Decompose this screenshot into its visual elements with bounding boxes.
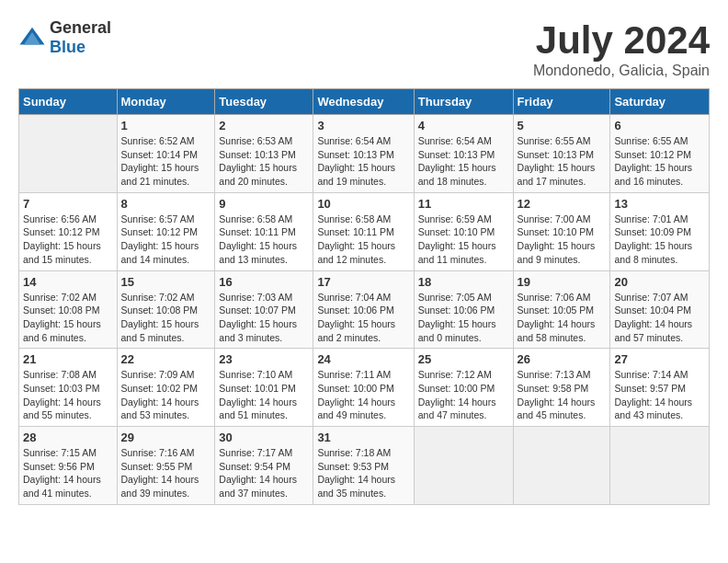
day-info: Sunrise: 6:58 AM Sunset: 10:11 PM Daylig…: [317, 213, 409, 267]
day-number: 12: [518, 197, 607, 211]
day-number: 7: [23, 197, 113, 211]
day-number: 22: [121, 352, 211, 366]
header: General Blue July 2024 Mondonedo, Galici…: [18, 18, 710, 79]
day-cell: 30Sunrise: 7:17 AM Sunset: 9:54 PM Dayli…: [215, 427, 313, 505]
location: Mondonedo, Galicia, Spain: [533, 63, 710, 79]
day-number: 21: [23, 352, 113, 366]
day-cell: 8Sunrise: 6:57 AM Sunset: 10:12 PM Dayli…: [117, 192, 215, 270]
day-number: 23: [219, 352, 309, 366]
day-number: 6: [614, 119, 705, 132]
day-cell: 22Sunrise: 7:09 AM Sunset: 10:02 PM Dayl…: [117, 349, 215, 427]
calendar-body: 1Sunrise: 6:52 AM Sunset: 10:14 PM Dayli…: [19, 115, 710, 505]
day-cell: 23Sunrise: 7:10 AM Sunset: 10:01 PM Dayl…: [215, 349, 313, 427]
day-info: Sunrise: 7:18 AM Sunset: 9:53 PM Dayligh…: [317, 446, 409, 500]
header-tuesday: Tuesday: [215, 89, 313, 115]
logo-icon: [18, 24, 46, 52]
day-number: 25: [418, 352, 509, 366]
day-info: Sunrise: 6:56 AM Sunset: 10:12 PM Daylig…: [23, 213, 113, 267]
day-cell: 1Sunrise: 6:52 AM Sunset: 10:14 PM Dayli…: [117, 115, 215, 193]
day-cell: 21Sunrise: 7:08 AM Sunset: 10:03 PM Dayl…: [19, 349, 118, 427]
week-row-1: 7Sunrise: 6:56 AM Sunset: 10:12 PM Dayli…: [19, 192, 710, 270]
day-info: Sunrise: 7:16 AM Sunset: 9:55 PM Dayligh…: [121, 446, 211, 500]
day-cell: 29Sunrise: 7:16 AM Sunset: 9:55 PM Dayli…: [117, 427, 215, 505]
day-number: 26: [518, 352, 607, 366]
day-cell: 20Sunrise: 7:07 AM Sunset: 10:04 PM Dayl…: [610, 270, 710, 349]
day-number: 30: [219, 431, 309, 444]
day-info: Sunrise: 7:09 AM Sunset: 10:02 PM Daylig…: [121, 368, 211, 422]
header-monday: Monday: [117, 89, 215, 115]
day-number: 31: [317, 431, 409, 444]
day-cell: 17Sunrise: 7:04 AM Sunset: 10:06 PM Dayl…: [313, 270, 414, 349]
calendar-header: SundayMondayTuesdayWednesdayThursdayFrid…: [19, 89, 710, 115]
day-cell: 15Sunrise: 7:02 AM Sunset: 10:08 PM Dayl…: [117, 270, 215, 349]
day-number: 4: [418, 119, 509, 132]
calendar-table: SundayMondayTuesdayWednesdayThursdayFrid…: [18, 88, 710, 505]
day-number: 19: [518, 275, 607, 289]
day-cell: 24Sunrise: 7:11 AM Sunset: 10:00 PM Dayl…: [313, 349, 414, 427]
day-number: 3: [317, 119, 409, 132]
day-number: 8: [121, 197, 211, 211]
day-info: Sunrise: 7:02 AM Sunset: 10:08 PM Daylig…: [23, 291, 113, 345]
day-info: Sunrise: 7:06 AM Sunset: 10:05 PM Daylig…: [518, 291, 607, 345]
day-cell: 7Sunrise: 6:56 AM Sunset: 10:12 PM Dayli…: [19, 192, 118, 270]
month-title: July 2024: [533, 18, 710, 63]
week-row-2: 14Sunrise: 7:02 AM Sunset: 10:08 PM Dayl…: [19, 270, 710, 349]
day-info: Sunrise: 6:54 AM Sunset: 10:13 PM Daylig…: [418, 134, 509, 189]
day-number: 5: [518, 119, 607, 132]
day-cell: 27Sunrise: 7:14 AM Sunset: 9:57 PM Dayli…: [610, 349, 710, 427]
day-info: Sunrise: 7:03 AM Sunset: 10:07 PM Daylig…: [219, 291, 309, 345]
day-cell: 18Sunrise: 7:05 AM Sunset: 10:06 PM Dayl…: [414, 270, 513, 349]
day-info: Sunrise: 7:14 AM Sunset: 9:57 PM Dayligh…: [614, 368, 705, 422]
logo-general-text: General: [50, 18, 111, 38]
day-cell: 16Sunrise: 7:03 AM Sunset: 10:07 PM Dayl…: [215, 270, 313, 349]
day-cell: 10Sunrise: 6:58 AM Sunset: 10:11 PM Dayl…: [313, 192, 414, 270]
day-cell: 12Sunrise: 7:00 AM Sunset: 10:10 PM Dayl…: [513, 192, 610, 270]
day-info: Sunrise: 7:08 AM Sunset: 10:03 PM Daylig…: [23, 368, 113, 422]
header-saturday: Saturday: [610, 89, 710, 115]
logo-text: General Blue: [50, 18, 111, 57]
day-info: Sunrise: 6:54 AM Sunset: 10:13 PM Daylig…: [317, 134, 409, 189]
day-number: 2: [219, 119, 309, 132]
header-sunday: Sunday: [19, 89, 118, 115]
day-cell: 5Sunrise: 6:55 AM Sunset: 10:13 PM Dayli…: [513, 115, 610, 193]
day-cell: 26Sunrise: 7:13 AM Sunset: 9:58 PM Dayli…: [513, 349, 610, 427]
day-info: Sunrise: 7:02 AM Sunset: 10:08 PM Daylig…: [121, 291, 211, 345]
day-cell: 31Sunrise: 7:18 AM Sunset: 9:53 PM Dayli…: [313, 427, 414, 505]
day-cell: [513, 427, 610, 505]
week-row-3: 21Sunrise: 7:08 AM Sunset: 10:03 PM Dayl…: [19, 349, 710, 427]
day-info: Sunrise: 6:59 AM Sunset: 10:10 PM Daylig…: [418, 213, 509, 267]
day-cell: 4Sunrise: 6:54 AM Sunset: 10:13 PM Dayli…: [414, 115, 513, 193]
day-number: 27: [614, 352, 705, 366]
day-cell: 6Sunrise: 6:55 AM Sunset: 10:12 PM Dayli…: [610, 115, 710, 193]
day-cell: 19Sunrise: 7:06 AM Sunset: 10:05 PM Dayl…: [513, 270, 610, 349]
day-number: 16: [219, 275, 309, 289]
day-cell: [610, 427, 710, 505]
day-number: 18: [418, 275, 509, 289]
day-info: Sunrise: 7:05 AM Sunset: 10:06 PM Daylig…: [418, 291, 509, 345]
header-row: SundayMondayTuesdayWednesdayThursdayFrid…: [19, 89, 710, 115]
day-info: Sunrise: 7:11 AM Sunset: 10:00 PM Daylig…: [317, 368, 409, 422]
day-number: 24: [317, 352, 409, 366]
day-info: Sunrise: 6:55 AM Sunset: 10:12 PM Daylig…: [614, 134, 705, 189]
day-cell: [414, 427, 513, 505]
day-cell: 2Sunrise: 6:53 AM Sunset: 10:13 PM Dayli…: [215, 115, 313, 193]
day-info: Sunrise: 7:12 AM Sunset: 10:00 PM Daylig…: [418, 368, 509, 422]
day-info: Sunrise: 6:55 AM Sunset: 10:13 PM Daylig…: [518, 134, 607, 189]
day-cell: 11Sunrise: 6:59 AM Sunset: 10:10 PM Dayl…: [414, 192, 513, 270]
day-info: Sunrise: 7:00 AM Sunset: 10:10 PM Daylig…: [518, 213, 607, 267]
day-number: 10: [317, 197, 409, 211]
day-info: Sunrise: 6:52 AM Sunset: 10:14 PM Daylig…: [121, 134, 211, 189]
day-number: 14: [23, 275, 113, 289]
day-cell: 25Sunrise: 7:12 AM Sunset: 10:00 PM Dayl…: [414, 349, 513, 427]
day-number: 15: [121, 275, 211, 289]
header-friday: Friday: [513, 89, 610, 115]
day-number: 11: [418, 197, 509, 211]
day-number: 17: [317, 275, 409, 289]
day-info: Sunrise: 7:04 AM Sunset: 10:06 PM Daylig…: [317, 291, 409, 345]
day-info: Sunrise: 6:58 AM Sunset: 10:11 PM Daylig…: [219, 213, 309, 267]
day-info: Sunrise: 7:10 AM Sunset: 10:01 PM Daylig…: [219, 368, 309, 422]
day-number: 20: [614, 275, 705, 289]
day-info: Sunrise: 7:07 AM Sunset: 10:04 PM Daylig…: [614, 291, 705, 345]
logo: General Blue: [18, 18, 111, 57]
title-area: July 2024 Mondonedo, Galicia, Spain: [533, 18, 710, 79]
